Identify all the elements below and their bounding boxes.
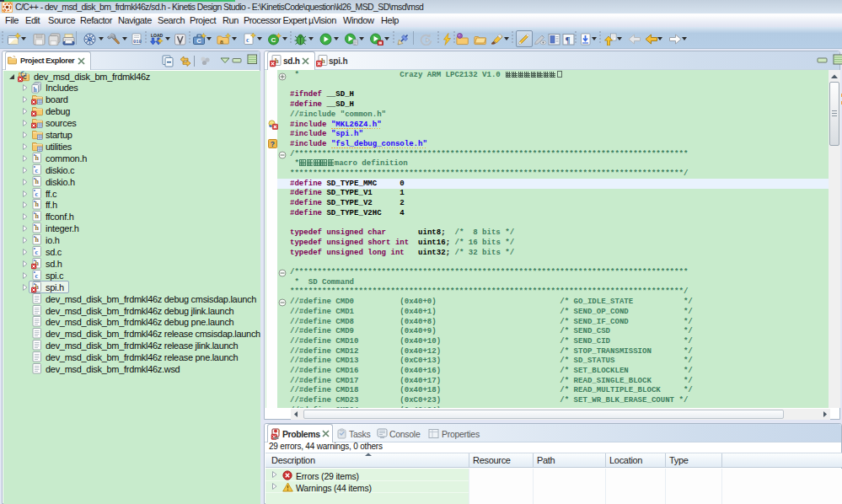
svg-text:¶: ¶: [566, 35, 571, 45]
svg-text:h: h: [35, 224, 40, 232]
svg-text:?: ?: [271, 140, 275, 148]
svg-text:c: c: [35, 190, 39, 197]
svg-text:c: c: [246, 36, 249, 44]
svg-text:c: c: [35, 271, 39, 279]
svg-text:C: C: [271, 36, 276, 44]
svg-text:010: 010: [133, 39, 142, 45]
svg-text:h: h: [35, 201, 40, 208]
svg-text:h: h: [35, 212, 40, 220]
svg-text:C: C: [196, 37, 201, 45]
svg-text:h: h: [35, 154, 40, 162]
svg-text:h: h: [35, 236, 40, 244]
svg-text:h: h: [35, 178, 40, 185]
svg-text:a: a: [220, 39, 223, 45]
svg-text:LOAD: LOAD: [151, 33, 164, 38]
svg-text:c: c: [35, 249, 39, 256]
svg-text:c: c: [35, 166, 39, 174]
